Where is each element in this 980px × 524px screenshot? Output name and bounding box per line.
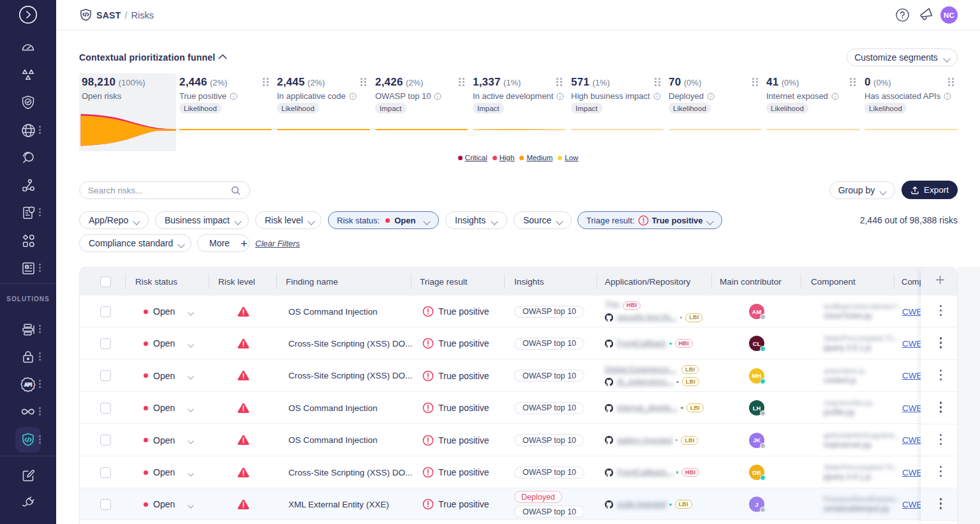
svg-text:API: API [24,382,32,387]
